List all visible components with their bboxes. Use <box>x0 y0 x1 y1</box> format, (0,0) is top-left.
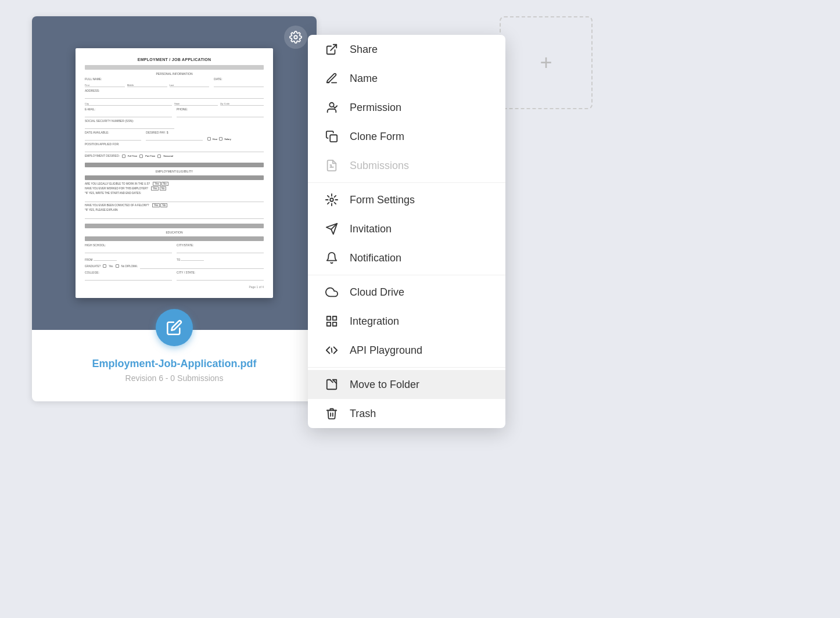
svg-line-1 <box>331 45 336 51</box>
menu-item-permission[interactable]: Permission <box>308 93 505 122</box>
form-settings-label: Form Settings <box>350 194 415 206</box>
add-plus-icon: + <box>540 52 552 73</box>
menu-item-cloud-drive[interactable]: Cloud Drive <box>308 278 505 307</box>
integration-icon <box>324 315 339 328</box>
svg-rect-3 <box>330 135 337 142</box>
doc-row-name: FULL NAME: First Middle Last DATE: <box>85 77 264 87</box>
separator-2 <box>308 275 505 275</box>
menu-item-integration[interactable]: Integration <box>308 307 505 336</box>
api-playground-icon <box>324 344 339 357</box>
separator-3 <box>308 367 505 368</box>
svg-rect-9 <box>327 317 331 320</box>
form-card: EMPLOYMENT / JOB APPLICATION PERSONAL IN… <box>32 16 317 401</box>
svg-rect-12 <box>327 322 331 326</box>
notification-icon <box>324 251 339 264</box>
form-settings-icon <box>324 193 339 206</box>
cloud-drive-label: Cloud Drive <box>350 286 404 299</box>
menu-item-notification[interactable]: Notification <box>308 243 505 272</box>
integration-label: Integration <box>350 315 399 328</box>
form-preview: EMPLOYMENT / JOB APPLICATION PERSONAL IN… <box>32 16 317 330</box>
share-label: Share <box>350 44 378 56</box>
submissions-label: Submissions <box>350 160 409 172</box>
form-meta: Revision 6 - 0 Submissions <box>32 373 317 383</box>
add-form-card[interactable]: + <box>500 16 593 109</box>
menu-item-clone-form[interactable]: Clone Form <box>308 122 505 151</box>
doc-row-contact: E-MAIL: PHONE: <box>85 107 264 117</box>
svg-point-0 <box>294 35 297 39</box>
clone-icon <box>324 130 339 143</box>
move-to-folder-label: Move to Folder <box>350 379 419 391</box>
gear-button[interactable] <box>284 26 307 49</box>
menu-item-share[interactable]: Share <box>308 35 505 64</box>
doc-personal-label: PERSONAL INFORMATION <box>85 72 264 76</box>
trash-label: Trash <box>350 408 376 420</box>
invitation-label: Invitation <box>350 223 392 235</box>
doc-page-num: Page 1 of 4 <box>85 285 264 289</box>
api-playground-label: API Playground <box>350 344 422 357</box>
invitation-icon <box>324 222 339 235</box>
document-preview: EMPLOYMENT / JOB APPLICATION PERSONAL IN… <box>76 48 273 298</box>
svg-point-6 <box>330 198 333 202</box>
menu-item-move-to-folder[interactable]: Move to Folder <box>308 370 505 399</box>
doc-title: EMPLOYMENT / JOB APPLICATION <box>85 58 264 62</box>
menu-item-invitation[interactable]: Invitation <box>308 214 505 243</box>
form-name[interactable]: Employment-Job-Application.pdf <box>32 358 317 370</box>
menu-item-form-settings[interactable]: Form Settings <box>308 185 505 214</box>
submissions-icon <box>324 159 339 172</box>
svg-point-2 <box>329 103 333 107</box>
menu-item-name[interactable]: Name <box>308 64 505 93</box>
name-icon <box>324 72 339 85</box>
edit-icon <box>166 319 182 336</box>
permission-label: Permission <box>350 102 401 114</box>
separator-1 <box>308 182 505 183</box>
clone-form-label: Clone Form <box>350 131 404 143</box>
edit-fab-button[interactable] <box>156 309 193 346</box>
notification-label: Notification <box>350 252 401 264</box>
menu-item-trash[interactable]: Trash <box>308 399 505 428</box>
context-menu: Share Name Permission <box>308 35 505 428</box>
gear-icon <box>289 31 302 44</box>
cloud-drive-icon <box>324 286 339 299</box>
svg-rect-11 <box>333 322 336 326</box>
permission-icon <box>324 101 339 114</box>
menu-item-submissions: Submissions <box>308 151 505 180</box>
share-icon <box>324 43 339 56</box>
name-label: Name <box>350 73 378 85</box>
menu-item-api-playground[interactable]: API Playground <box>308 336 505 365</box>
trash-icon <box>324 407 339 420</box>
move-to-folder-icon <box>324 378 339 391</box>
svg-rect-10 <box>333 317 336 320</box>
doc-section-bar <box>85 65 264 70</box>
svg-line-13 <box>332 348 332 352</box>
